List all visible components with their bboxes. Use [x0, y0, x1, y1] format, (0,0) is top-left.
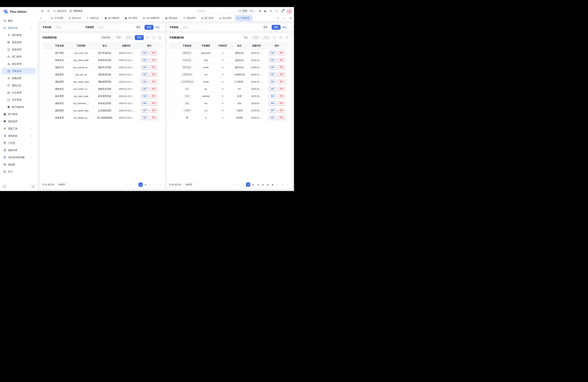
- delete-button-sys_device_ty...[interactable]: 删除: [150, 116, 158, 120]
- fullscreen-button[interactable]: [275, 9, 278, 13]
- edit-button-pc[interactable]: 编辑: [269, 87, 276, 91]
- row-checkbox[interactable]: [46, 73, 46, 76]
- pin-sidebar-button[interactable]: [31, 184, 35, 189]
- collapse-search-link[interactable]: 收起: [282, 26, 289, 29]
- jump-forward-button[interactable]: [280, 183, 285, 187]
- global-search-button[interactable]: 搜索 ⌘ K: [237, 8, 256, 14]
- edit-button-sms[interactable]: 编辑: [269, 58, 276, 63]
- row-checkbox[interactable]: [173, 81, 173, 83]
- delete-button-email[interactable]: 删除: [278, 65, 285, 70]
- sidebar-item-file-admin[interactable]: 文件管理: [2, 97, 36, 103]
- delete-button-sys_grant_type[interactable]: 删除: [150, 108, 158, 113]
- page-button-5[interactable]: 5: [266, 183, 270, 187]
- row-checkbox[interactable]: [46, 95, 46, 97]
- sidebar-item-dept-admin[interactable]: 部门管理: [2, 53, 36, 60]
- page-button-1[interactable]: 1: [246, 183, 250, 187]
- tab-file-admin[interactable]: 文件管理: [48, 15, 66, 21]
- page-button-2[interactable]: 2: [251, 183, 255, 187]
- sidebar-item-log-admin[interactable]: DEV日志管理: [2, 89, 36, 96]
- page-button-2[interactable]: 2: [143, 183, 148, 187]
- last-page-button[interactable]: [158, 183, 162, 187]
- breadcrumb-item-system[interactable]: 系统管理: [53, 9, 66, 13]
- tab-menu-admin[interactable]: 菜单管理: [181, 15, 199, 21]
- tab-client-admin[interactable]: 客户端管理: [103, 15, 123, 21]
- sidebar-item-param-settings[interactable]: 参数设置: [2, 75, 36, 82]
- sidebar-item-tenant-admin[interactable]: 租户管理: [2, 111, 36, 117]
- row-checkbox[interactable]: [173, 88, 173, 90]
- sidebar-item-system-monitor[interactable]: 系统监控: [2, 118, 36, 125]
- dict-name-input[interactable]: [54, 25, 82, 30]
- reset-button[interactable]: 重置: [134, 25, 143, 30]
- tenant-select-input[interactable]: [195, 8, 235, 14]
- page-size-select[interactable]: 10条/页: [183, 182, 198, 187]
- row-checkbox[interactable]: [173, 59, 173, 62]
- jump-back-button[interactable]: [236, 183, 240, 187]
- content-fullscreen-button[interactable]: [288, 15, 294, 21]
- row-checkbox[interactable]: [173, 102, 173, 105]
- row-checkbox[interactable]: [173, 95, 173, 97]
- delete-button-sys_normal_di...[interactable]: 删除: [150, 65, 158, 70]
- delete-button-0[interactable]: 删除: [278, 116, 285, 120]
- dict-type-export-button[interactable]: 导出: [114, 35, 123, 40]
- notifications-button[interactable]: [281, 9, 284, 13]
- collapse-sidebar-button[interactable]: [2, 184, 7, 189]
- tab-dict-admin[interactable]: 字典管理: [235, 15, 253, 21]
- tab-post-admin[interactable]: 岗位管理: [217, 15, 235, 21]
- first-page-button[interactable]: [124, 183, 128, 187]
- user-avatar[interactable]: [286, 8, 292, 14]
- edit-button-xcx[interactable]: 编辑: [269, 73, 276, 77]
- delete-button-sms[interactable]: 删除: [278, 58, 285, 63]
- tab-oper-log[interactable]: 操作日志: [66, 15, 84, 21]
- settings-button[interactable]: [258, 9, 261, 13]
- edit-button-sys_notice_st...[interactable]: 编辑: [141, 87, 149, 91]
- edit-button-sys_device_ty...[interactable]: 编辑: [141, 116, 149, 120]
- row-checkbox[interactable]: [173, 109, 173, 112]
- edit-button-android[interactable]: 编辑: [269, 94, 276, 98]
- dict-data-export-button[interactable]: 导出: [241, 35, 250, 40]
- sidebar-item-system-tools[interactable]: 系统工具: [2, 125, 36, 132]
- sidebar-item-user-admin[interactable]: 用户管理: [2, 32, 36, 38]
- delete-button-android[interactable]: 删除: [278, 94, 285, 98]
- row-checkbox[interactable]: [46, 81, 46, 83]
- page-size-select[interactable]: 10条/页: [56, 182, 71, 187]
- sidebar-item-role-admin[interactable]: 角色管理: [2, 39, 36, 45]
- row-checkbox[interactable]: [173, 52, 173, 54]
- tab-tenant-package-admin[interactable]: 租户套餐管理: [141, 15, 163, 21]
- tab-cache-monitor[interactable]: 缓存监控: [163, 15, 181, 21]
- delete-button-social[interactable]: 删除: [278, 80, 285, 84]
- edit-button-sys_show_hide[interactable]: 编辑: [141, 58, 149, 63]
- next-page-button[interactable]: [148, 183, 152, 187]
- edit-button-password[interactable]: 编辑: [269, 51, 276, 55]
- prev-page-button[interactable]: [134, 183, 138, 187]
- tab-scroll-left-button[interactable]: [38, 15, 44, 21]
- dict-type-input[interactable]: [97, 25, 124, 30]
- sidebar-item-my-tasks[interactable]: 我的任务: [2, 147, 36, 153]
- sidebar-item-client-admin[interactable]: 客户端管理: [2, 104, 36, 110]
- toggle-sidebar-button[interactable]: [40, 8, 45, 13]
- edit-button-sys_normal_di...[interactable]: 编辑: [141, 65, 149, 70]
- app-logo[interactable]: Plus Admin: [0, 7, 37, 17]
- sidebar-item-menu-admin[interactable]: 菜单管理: [2, 46, 36, 53]
- edit-button-sys_grant_type[interactable]: 编辑: [141, 108, 149, 113]
- sidebar-item-dict-admin[interactable]: 字典管理: [2, 68, 36, 74]
- dict-type-refresh-table-button[interactable]: [145, 35, 150, 40]
- tab-scroll-right-button[interactable]: [274, 15, 281, 21]
- dict-type-table-settings-button[interactable]: [157, 35, 162, 40]
- delete-button-sys_oper_type[interactable]: 删除: [150, 94, 158, 98]
- delete-button-sys_yes_no[interactable]: 删除: [150, 73, 158, 77]
- collapse-search-link[interactable]: 收起: [155, 26, 162, 29]
- page-button-3[interactable]: 3: [256, 183, 260, 187]
- prev-page-button[interactable]: [241, 183, 245, 187]
- delete-button-xcx[interactable]: 删除: [278, 108, 285, 113]
- delete-button-xcx[interactable]: 删除: [278, 73, 285, 77]
- page-button-4[interactable]: 4: [261, 183, 265, 187]
- row-checkbox[interactable]: [46, 52, 46, 54]
- next-page-button[interactable]: [275, 183, 280, 187]
- last-page-button[interactable]: [285, 183, 289, 187]
- dict-tag-input[interactable]: [181, 25, 209, 30]
- edit-button-sys_oper_type[interactable]: 编辑: [141, 94, 149, 98]
- row-checkbox[interactable]: [46, 66, 46, 69]
- refresh-page-button[interactable]: [46, 8, 51, 13]
- dict-data-refresh-table-button[interactable]: [272, 35, 277, 40]
- row-checkbox[interactable]: [46, 88, 46, 90]
